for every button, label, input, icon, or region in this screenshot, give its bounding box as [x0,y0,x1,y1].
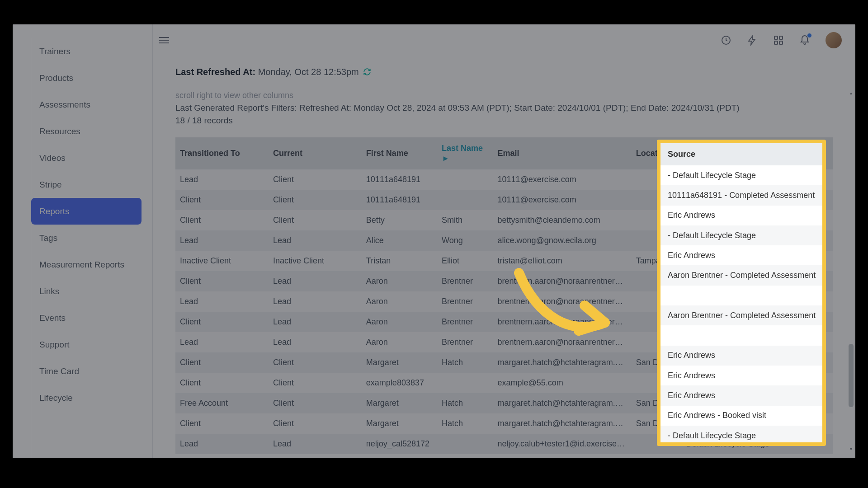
source-cell: Eric Andrews [660,385,822,405]
annotation-arrow-icon [510,264,627,350]
app-window: TrainersProductsAssessmentsResourcesVide… [13,24,855,458]
source-cell: - Default Lifecycle Stage [660,225,822,245]
source-cell [660,286,822,305]
source-cell: Aaron Brentner - Completed Assessment [660,265,822,285]
source-cell [660,325,822,345]
source-cell: - Default Lifecycle Stage [660,426,822,446]
source-header: Source [660,143,822,165]
source-cell: Eric Andrews [660,245,822,265]
source-cell: 10111a648191 - Completed Assessment [660,185,822,205]
source-cell: Eric Andrews [660,206,822,225]
source-cell: Aaron Brentner - Completed Assessment [660,305,822,325]
source-column-highlight: Source - Default Lifecycle Stage10111a64… [660,143,822,446]
source-cell: Eric Andrews [660,366,822,385]
source-cell: - Default Lifecycle Stage [660,165,822,185]
source-cell: Eric Andrews [660,346,822,366]
source-cell: Eric Andrews - Booked visit [660,406,822,426]
